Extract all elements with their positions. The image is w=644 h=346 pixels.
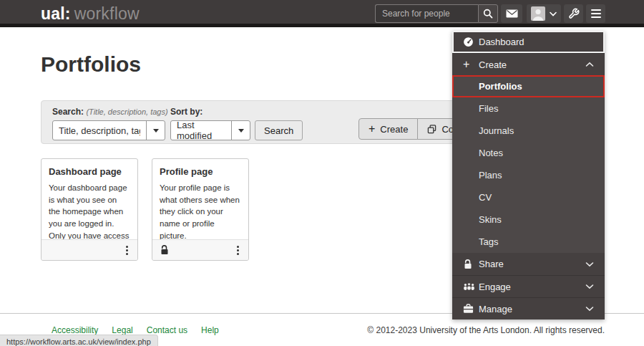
menu-item-label: Engage [479,282,511,292]
briefcase-icon [463,304,479,314]
envelope-icon [506,9,518,18]
card-title: Dashboard page [42,159,137,177]
card-title: Profile page [152,159,248,177]
menu-item-label: Dashboard [479,37,525,47]
footer-link-help[interactable]: Help [201,325,219,335]
search-icon [483,9,493,19]
kebab-menu-icon[interactable] [124,244,130,257]
menu-item-label: Skins [479,214,502,225]
chevron-down-icon [585,261,594,267]
account-menu-button[interactable] [527,4,561,23]
menu-item-portfolios[interactable]: Portfolios [452,75,605,97]
menu-item-label: Portfolios [479,81,522,92]
menu-item-cv[interactable]: CV [452,186,605,208]
menu-item-dashboard[interactable]: Dashboard [452,31,605,53]
menu-item-files[interactable]: Files [452,97,605,120]
admin-settings-button[interactable] [564,4,583,23]
sort-dropdown-arrow [231,121,250,140]
menu-item-label: Share [479,259,504,269]
card-footer [152,239,248,260]
site-logo[interactable]: ual:workflow [41,4,140,24]
card-description: Your profile page is what others see whe… [152,177,248,241]
inbox-button[interactable] [501,4,522,23]
plus-icon: + [463,59,479,70]
sort-by-label: Sort by: [170,107,203,117]
hamburger-menu-button[interactable] [586,4,605,23]
search-button[interactable]: Search [255,120,303,140]
menu-item-label: Notes [479,148,503,158]
footer-link-accessibility[interactable]: Accessibility [52,325,98,335]
search-label: Search: (Title, description, tags) [52,107,168,117]
browser-status-url: https://workflow.arts.ac.uk/view/index.p… [0,335,158,346]
menu-item-manage[interactable]: Manage [452,297,605,319]
users-icon [463,282,479,291]
portfolio-search-input[interactable] [53,121,146,140]
person-icon [531,6,545,21]
search-type-dropdown[interactable] [146,121,165,140]
chevron-down-icon [585,306,594,312]
portfolio-card-profile-page[interactable]: Profile page Your profile page is what o… [152,158,249,261]
create-button-label: Create [380,124,408,135]
footer-link-contact-us[interactable]: Contact us [147,325,187,335]
menu-item-label: Journals [479,125,514,136]
footer-links: Accessibility Legal Contact us Help [52,325,219,335]
page-title: Portfolios [41,52,141,77]
menu-item-skins[interactable]: Skins [452,208,605,231]
logo-bold: ual: [41,4,71,23]
unlock-icon [463,259,479,269]
dropdown-arrow-icon [238,129,244,133]
wrench-icon [568,8,580,19]
sort-by-value: Last modified [171,121,231,140]
plus-icon: + [369,123,375,135]
app-window: ual:workflow Portfolios Search: ( [0,0,644,346]
copy-icon [427,125,436,134]
chevron-up-icon [585,62,594,67]
main-dropdown-menu: Dashboard + Create Portfolios Files Jour… [452,31,605,319]
menu-item-engage[interactable]: Engage [452,275,605,297]
menu-item-label: Manage [479,304,512,314]
menu-item-label: Files [479,103,498,114]
kebab-menu-icon[interactable] [235,244,241,257]
search-hint: (Title, description, tags) [86,107,167,116]
chevron-down-icon [550,11,557,16]
portfolio-search-combo [52,120,165,140]
menu-item-label: Create [479,59,507,70]
people-search [375,4,498,23]
menu-item-label: Tags [479,236,498,247]
create-button[interactable]: + Create [358,118,418,140]
copyright-text: © 2012-2023 University of the Arts Londo… [367,325,605,335]
sort-by-select[interactable]: Last modified [170,120,250,140]
avatar [531,6,545,21]
menu-item-share[interactable]: Share [452,253,605,275]
menu-item-tags[interactable]: Tags [452,231,605,253]
card-footer [42,239,137,260]
menu-item-notes[interactable]: Notes [452,142,605,164]
people-search-input[interactable] [375,4,478,23]
menu-item-label: Plans [479,170,502,181]
dashboard-gauge-icon [463,37,479,47]
dropdown-arrow-icon [153,129,159,133]
top-navbar: ual:workflow [0,0,644,27]
chevron-down-icon [585,284,594,289]
people-search-button[interactable] [478,4,498,23]
menu-item-label: CV [479,192,492,203]
footer-link-legal[interactable]: Legal [112,325,132,335]
menu-item-journals[interactable]: Journals [452,120,605,142]
portfolio-card-dashboard-page[interactable]: Dashboard page Your dashboard page is wh… [41,158,138,261]
logo-light: workflow [74,4,140,23]
menu-item-plans[interactable]: Plans [452,164,605,186]
menu-item-create[interactable]: + Create [452,53,605,75]
hamburger-icon [591,9,601,18]
unlock-icon [160,245,170,255]
